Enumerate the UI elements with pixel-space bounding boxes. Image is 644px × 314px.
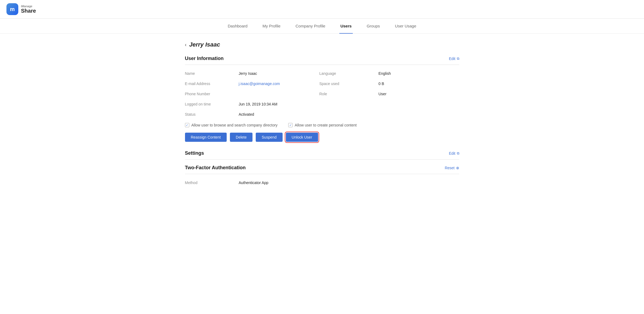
logo-imanage: iManage [21,5,36,8]
logo-icon: m [6,3,18,15]
logged-on-label: Logged on time [185,101,239,107]
name-value: Jerry Isaac [239,70,319,77]
nav-item-my-profile[interactable]: My Profile [261,19,282,34]
browse-label: Allow user to browse and search company … [191,123,278,127]
phone-label: Phone Number [185,91,239,97]
suspend-button[interactable]: Suspend [256,133,282,142]
two-factor-reset-link[interactable]: Reset ⊗ [445,166,459,170]
method-value: Authenticator App [239,179,459,186]
logged-on-value: Jun 19, 2019 10:34 AM [239,101,319,107]
method-label: Method [185,179,239,186]
space-used-label: Space used [319,80,379,87]
settings-title: Settings [185,150,204,156]
settings-section: Settings Edit ⧉ [185,150,459,160]
email-value: j.isaac@goimanage.com [239,80,319,87]
two-factor-divider [185,174,459,174]
settings-edit-link[interactable]: Edit ⧉ [449,151,459,156]
two-factor-section: Two-Factor Authentication Reset ⊗ Method… [185,165,459,186]
reset-label: Reset [445,166,455,170]
main-content: ‹ Jerry Isaac User Information Edit ⧉ Na… [174,34,470,193]
settings-divider [185,159,459,160]
app-header: m iManage Share [0,0,644,19]
settings-section-header: Settings Edit ⧉ [185,150,459,156]
nav-item-groups[interactable]: Groups [366,19,381,34]
method-row: Method Authenticator App [185,179,459,186]
browse-checkbox-item: ✓ Allow user to browse and search compan… [185,123,278,127]
delete-button[interactable]: Delete [230,133,252,142]
browse-checkbox[interactable]: ✓ [185,123,189,127]
action-buttons: Reassign Content Delete Suspend Unlock U… [185,133,459,142]
role-label: Role [319,91,379,97]
logo-letter: m [10,6,15,12]
personal-content-checkbox[interactable]: ✓ [288,123,293,127]
nav-item-company-profile[interactable]: Company Profile [294,19,326,34]
checkboxes-row: ✓ Allow user to browse and search compan… [185,123,459,127]
edit-icon: ⧉ [457,57,459,61]
user-info-grid: Name Jerry Isaac Language English E-mail… [185,70,459,118]
status-value: Activated [239,111,319,118]
logo: m iManage Share [6,3,36,15]
logo-share: Share [21,8,36,14]
language-value: English [379,70,459,77]
logo-text: iManage Share [21,5,36,14]
back-row: ‹ Jerry Isaac [185,41,459,48]
phone-value [239,91,319,97]
settings-edit-label: Edit [449,151,455,156]
two-factor-header: Two-Factor Authentication Reset ⊗ [185,165,459,171]
user-info-divider [185,65,459,65]
edit-label: Edit [449,57,455,61]
space-used-value: 0 B [379,80,459,87]
nav-item-user-usage[interactable]: User Usage [394,19,417,34]
role-value: User [379,91,459,97]
name-label: Name [185,70,239,77]
nav-item-users[interactable]: Users [339,19,353,34]
language-label: Language [319,70,379,77]
back-button[interactable]: ‹ [185,42,187,48]
page-title: Jerry Isaac [189,41,220,48]
user-info-section-header: User Information Edit ⧉ [185,56,459,61]
user-info-edit-link[interactable]: Edit ⧉ [449,57,459,61]
unlock-user-button[interactable]: Unlock User [286,133,318,142]
reassign-content-button[interactable]: Reassign Content [185,133,227,142]
two-factor-title: Two-Factor Authentication [185,165,246,171]
nav-item-dashboard[interactable]: Dashboard [227,19,248,34]
user-info-title: User Information [185,56,224,61]
personal-content-checkbox-item: ✓ Allow user to create personal content [288,123,357,127]
status-label: Status [185,111,239,118]
email-label: E-mail Address [185,80,239,87]
main-nav: Dashboard My Profile Company Profile Use… [0,19,644,34]
reset-icon: ⊗ [456,166,459,170]
personal-content-label: Allow user to create personal content [295,123,357,127]
settings-edit-icon: ⧉ [457,151,459,156]
